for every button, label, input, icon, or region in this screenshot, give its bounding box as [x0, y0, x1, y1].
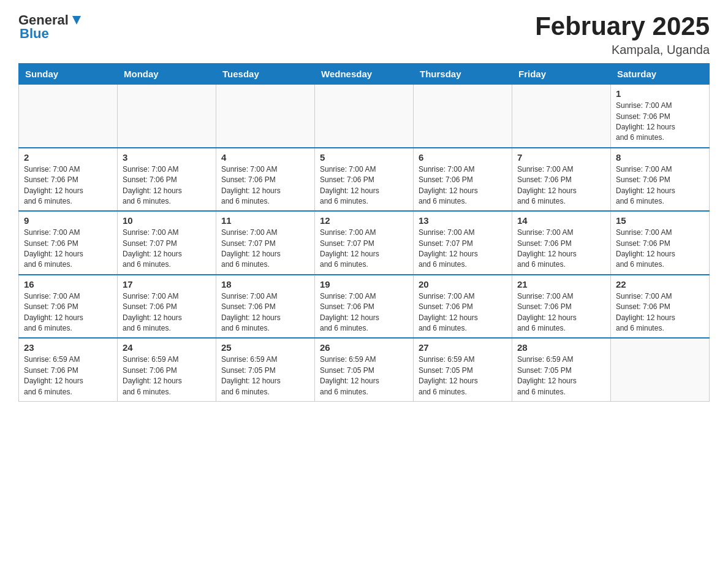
- day-number: 7: [517, 152, 605, 163]
- day-number: 24: [123, 342, 211, 353]
- day-info: Sunrise: 7:00 AMSunset: 7:07 PMDaylight:…: [320, 228, 408, 270]
- calendar-day-cell: 1Sunrise: 7:00 AMSunset: 7:06 PMDaylight…: [611, 85, 710, 148]
- day-number: 15: [616, 215, 704, 226]
- day-info: Sunrise: 7:00 AMSunset: 7:06 PMDaylight:…: [123, 291, 211, 334]
- day-number: 18: [221, 279, 309, 289]
- calendar-day-cell: 27Sunrise: 6:59 AMSunset: 7:05 PMDayligh…: [414, 338, 512, 401]
- day-number: 2: [24, 152, 112, 163]
- month-title: February 2025: [535, 12, 710, 40]
- day-info: Sunrise: 7:00 AMSunset: 7:06 PMDaylight:…: [320, 291, 408, 334]
- day-info: Sunrise: 6:59 AMSunset: 7:05 PMDaylight:…: [221, 354, 309, 397]
- calendar-day-cell: 5Sunrise: 7:00 AMSunset: 7:06 PMDaylight…: [315, 148, 414, 212]
- day-number: 3: [123, 152, 211, 163]
- calendar-day-cell: [216, 85, 315, 148]
- calendar-day-cell: 28Sunrise: 6:59 AMSunset: 7:05 PMDayligh…: [512, 338, 611, 401]
- day-info: Sunrise: 7:00 AMSunset: 7:06 PMDaylight:…: [123, 164, 211, 207]
- svg-marker-0: [72, 16, 81, 25]
- day-number: 21: [517, 279, 605, 289]
- day-number: 26: [320, 342, 408, 353]
- day-number: 20: [419, 279, 507, 289]
- day-number: 5: [320, 152, 408, 163]
- day-number: 12: [320, 215, 408, 226]
- day-number: 9: [24, 215, 112, 226]
- calendar-day-cell: [315, 85, 414, 148]
- calendar-day-cell: 25Sunrise: 6:59 AMSunset: 7:05 PMDayligh…: [216, 338, 315, 401]
- day-info: Sunrise: 7:00 AMSunset: 7:07 PMDaylight:…: [221, 228, 309, 270]
- calendar-table: SundayMondayTuesdayWednesdayThursdayFrid…: [18, 63, 710, 402]
- day-info: Sunrise: 7:00 AMSunset: 7:06 PMDaylight:…: [24, 291, 112, 334]
- day-number: 25: [221, 342, 309, 353]
- day-info: Sunrise: 7:00 AMSunset: 7:06 PMDaylight:…: [221, 164, 309, 207]
- calendar-week-row-4: 16Sunrise: 7:00 AMSunset: 7:06 PMDayligh…: [19, 275, 710, 339]
- day-number: 8: [616, 152, 704, 163]
- calendar-day-cell: 18Sunrise: 7:00 AMSunset: 7:06 PMDayligh…: [216, 275, 315, 339]
- calendar-day-cell: 21Sunrise: 7:00 AMSunset: 7:06 PMDayligh…: [512, 275, 611, 339]
- day-info: Sunrise: 7:00 AMSunset: 7:06 PMDaylight:…: [517, 228, 605, 270]
- calendar-week-row-2: 2Sunrise: 7:00 AMSunset: 7:06 PMDaylight…: [19, 148, 710, 212]
- calendar-day-cell: 9Sunrise: 7:00 AMSunset: 7:06 PMDaylight…: [19, 211, 118, 275]
- day-number: 23: [24, 342, 112, 353]
- day-number: 4: [221, 152, 309, 163]
- calendar-header-tuesday: Tuesday: [216, 64, 315, 85]
- calendar-day-cell: 2Sunrise: 7:00 AMSunset: 7:06 PMDaylight…: [19, 148, 118, 212]
- day-number: 10: [123, 215, 211, 226]
- calendar-day-cell: [19, 85, 118, 148]
- calendar-day-cell: 15Sunrise: 7:00 AMSunset: 7:06 PMDayligh…: [611, 211, 710, 275]
- day-number: 1: [616, 88, 704, 99]
- calendar-day-cell: [512, 85, 611, 148]
- day-number: 27: [419, 342, 507, 353]
- day-number: 16: [24, 279, 112, 289]
- day-info: Sunrise: 7:00 AMSunset: 7:06 PMDaylight:…: [517, 291, 605, 334]
- calendar-day-cell: 12Sunrise: 7:00 AMSunset: 7:07 PMDayligh…: [315, 211, 414, 275]
- calendar-week-row-5: 23Sunrise: 6:59 AMSunset: 7:06 PMDayligh…: [19, 338, 710, 401]
- calendar-day-cell: 14Sunrise: 7:00 AMSunset: 7:06 PMDayligh…: [512, 211, 611, 275]
- day-info: Sunrise: 7:00 AMSunset: 7:07 PMDaylight:…: [419, 228, 507, 270]
- day-info: Sunrise: 7:00 AMSunset: 7:06 PMDaylight:…: [419, 164, 507, 207]
- day-number: 6: [419, 152, 507, 163]
- calendar-week-row-3: 9Sunrise: 7:00 AMSunset: 7:06 PMDaylight…: [19, 211, 710, 275]
- day-info: Sunrise: 7:00 AMSunset: 7:06 PMDaylight:…: [419, 291, 507, 334]
- day-info: Sunrise: 6:59 AMSunset: 7:06 PMDaylight:…: [24, 354, 112, 397]
- day-info: Sunrise: 7:00 AMSunset: 7:06 PMDaylight:…: [221, 291, 309, 334]
- day-info: Sunrise: 7:00 AMSunset: 7:06 PMDaylight:…: [24, 164, 112, 207]
- day-number: 19: [320, 279, 408, 289]
- calendar-day-cell: 7Sunrise: 7:00 AMSunset: 7:06 PMDaylight…: [512, 148, 611, 212]
- day-info: Sunrise: 6:59 AMSunset: 7:06 PMDaylight:…: [123, 354, 211, 397]
- day-info: Sunrise: 7:00 AMSunset: 7:06 PMDaylight:…: [616, 164, 704, 207]
- calendar-week-row-1: 1Sunrise: 7:00 AMSunset: 7:06 PMDaylight…: [19, 85, 710, 148]
- day-number: 17: [123, 279, 211, 289]
- calendar-day-cell: 17Sunrise: 7:00 AMSunset: 7:06 PMDayligh…: [118, 275, 216, 339]
- location-text: Kampala, Uganda: [535, 43, 710, 57]
- calendar-header-sunday: Sunday: [19, 64, 118, 85]
- calendar-day-cell: 19Sunrise: 7:00 AMSunset: 7:06 PMDayligh…: [315, 275, 414, 339]
- calendar-header-friday: Friday: [512, 64, 611, 85]
- logo: General Blue: [18, 12, 83, 42]
- calendar-header-wednesday: Wednesday: [315, 64, 414, 85]
- calendar-day-cell: 13Sunrise: 7:00 AMSunset: 7:07 PMDayligh…: [414, 211, 512, 275]
- day-info: Sunrise: 7:00 AMSunset: 7:06 PMDaylight:…: [517, 164, 605, 207]
- calendar-day-cell: 6Sunrise: 7:00 AMSunset: 7:06 PMDaylight…: [414, 148, 512, 212]
- calendar-day-cell: 16Sunrise: 7:00 AMSunset: 7:06 PMDayligh…: [19, 275, 118, 339]
- page-header: General Blue February 2025 Kampala, Ugan…: [18, 12, 710, 57]
- calendar-day-cell: 22Sunrise: 7:00 AMSunset: 7:06 PMDayligh…: [611, 275, 710, 339]
- day-info: Sunrise: 7:00 AMSunset: 7:06 PMDaylight:…: [616, 101, 704, 144]
- calendar-day-cell: 20Sunrise: 7:00 AMSunset: 7:06 PMDayligh…: [414, 275, 512, 339]
- day-info: Sunrise: 7:00 AMSunset: 7:06 PMDaylight:…: [320, 164, 408, 207]
- day-info: Sunrise: 7:00 AMSunset: 7:06 PMDaylight:…: [616, 291, 704, 334]
- calendar-header-monday: Monday: [118, 64, 216, 85]
- calendar-day-cell: 8Sunrise: 7:00 AMSunset: 7:06 PMDaylight…: [611, 148, 710, 212]
- calendar-day-cell: 24Sunrise: 6:59 AMSunset: 7:06 PMDayligh…: [118, 338, 216, 401]
- calendar-header-thursday: Thursday: [414, 64, 512, 85]
- calendar-header-saturday: Saturday: [611, 64, 710, 85]
- calendar-day-cell: 11Sunrise: 7:00 AMSunset: 7:07 PMDayligh…: [216, 211, 315, 275]
- calendar-day-cell: 4Sunrise: 7:00 AMSunset: 7:06 PMDaylight…: [216, 148, 315, 212]
- calendar-header-row: SundayMondayTuesdayWednesdayThursdayFrid…: [19, 64, 710, 85]
- day-number: 22: [616, 279, 704, 289]
- day-info: Sunrise: 7:00 AMSunset: 7:06 PMDaylight:…: [616, 228, 704, 270]
- calendar-day-cell: 23Sunrise: 6:59 AMSunset: 7:06 PMDayligh…: [19, 338, 118, 401]
- calendar-day-cell: 3Sunrise: 7:00 AMSunset: 7:06 PMDaylight…: [118, 148, 216, 212]
- calendar-day-cell: [118, 85, 216, 148]
- day-info: Sunrise: 7:00 AMSunset: 7:07 PMDaylight:…: [123, 228, 211, 270]
- calendar-day-cell: [611, 338, 710, 401]
- day-info: Sunrise: 6:59 AMSunset: 7:05 PMDaylight:…: [419, 354, 507, 397]
